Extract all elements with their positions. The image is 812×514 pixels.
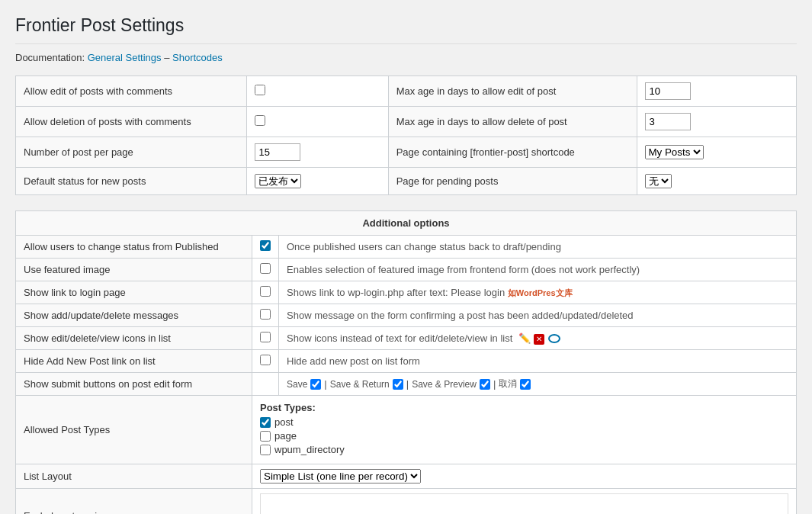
allow-delete-label: Allow deletion of posts with comments [16, 107, 247, 137]
settings-row-1: Allow edit of posts with comments Max ag… [16, 76, 797, 107]
settings-row-4: Default status for new posts 已发布 Page fo… [16, 168, 797, 195]
pencil-icon: ✏️ [518, 332, 531, 344]
settings-row-3: Number of post per page Page containing … [16, 137, 797, 168]
post-type-wpum-checkbox[interactable] [260, 445, 271, 455]
list-layout-cell: Simple List (one line per record) Table … [252, 464, 797, 489]
cancel-checkbox[interactable] [520, 379, 531, 390]
save-preview-sep: | [406, 378, 409, 390]
icons-in-list-label: Show edit/delete/view icons in list [16, 327, 252, 350]
exclude-categories-label: Exclude categories [16, 489, 252, 515]
shortcodes-link[interactable]: Shortcodes [172, 52, 223, 63]
exclude-categories-input[interactable] [260, 493, 788, 514]
page-pending-select[interactable]: 无 [645, 174, 672, 188]
save-return-sep: | [324, 378, 326, 390]
post-type-page: page [260, 430, 788, 442]
save-preview-checkbox[interactable] [480, 379, 490, 390]
max-age-delete-label: Max age in days to allow delete of post [388, 107, 637, 137]
page-shortcode-select[interactable]: My Posts [645, 145, 704, 159]
max-age-delete-value [637, 107, 796, 137]
save-return-checkbox[interactable] [393, 379, 403, 390]
additional-options-table: Additional options Allow users to change… [15, 210, 797, 514]
submit-buttons-container: Save | Save & Return | Save & Preview | … [287, 377, 788, 390]
save-btn-label: Save [287, 379, 307, 390]
additional-row-4: Show edit/delete/view icons in list Show… [16, 327, 797, 350]
allowed-post-types-label: Allowed Post Types [16, 396, 252, 464]
featured-image-label: Use featured image [16, 259, 252, 281]
change-status-checkbox[interactable] [260, 240, 271, 251]
allow-edit-label: Allow edit of posts with comments [16, 76, 247, 107]
messages-label: Show add/update/delete messages [16, 304, 252, 327]
delete-icon: ✕ [534, 334, 544, 345]
submit-buttons-label: Show submit buttons on post edit form [16, 373, 252, 396]
change-status-label: Allow users to change status from Publis… [16, 236, 252, 259]
documentation-links: Documentation: General Settings – Shortc… [15, 52, 797, 63]
page-title: Frontier Post Settings [15, 15, 797, 44]
login-link-label: Show link to login page [16, 281, 252, 304]
featured-image-desc: Enables selection of featured image from… [279, 259, 797, 281]
change-status-desc: Once published users can change status b… [279, 236, 797, 259]
login-link-checkbox[interactable] [260, 286, 271, 297]
additional-row-3: Show add/update/delete messages Show mes… [16, 304, 797, 327]
max-age-delete-input[interactable] [645, 113, 691, 130]
login-link-desc: Shows link to wp-login.php after text: P… [279, 281, 797, 304]
messages-check-cell [252, 304, 279, 327]
post-type-post: post [260, 416, 788, 428]
hide-add-new-desc: Hide add new post on list form [279, 350, 797, 373]
icons-in-list-desc: Show icons instead of text for edit/dele… [279, 327, 797, 350]
post-type-post-checkbox[interactable] [260, 417, 271, 428]
posts-per-page-input[interactable] [255, 143, 300, 161]
allow-delete-checkbox-cell [246, 107, 388, 137]
post-type-page-checkbox[interactable] [260, 431, 271, 442]
additional-row-2: Show link to login page Shows link to wp… [16, 281, 797, 304]
featured-image-check-cell [252, 259, 279, 281]
post-types-cell: Post Types: post page wpum_directory [252, 396, 797, 464]
submit-buttons-desc: Save | Save & Return | Save & Preview | … [279, 373, 797, 396]
allow-delete-checkbox[interactable] [255, 115, 265, 126]
general-settings-link[interactable]: General Settings [88, 52, 162, 63]
save-btn-checkbox[interactable] [310, 379, 321, 390]
icons-in-list-check-cell [252, 327, 279, 350]
featured-image-checkbox[interactable] [260, 263, 271, 274]
additional-row-9: Exclude categories comma separated list … [16, 489, 797, 515]
settings-row-2: Allow deletion of posts with comments Ma… [16, 107, 797, 137]
exclude-categories-cell: comma separated list of IDs [252, 489, 797, 515]
additional-row-6: Show submit buttons on post edit form Sa… [16, 373, 797, 396]
change-status-check-cell [252, 236, 279, 259]
hide-add-new-checkbox[interactable] [260, 355, 271, 365]
page-shortcode-value: My Posts [637, 137, 796, 168]
max-age-edit-input[interactable] [645, 82, 691, 100]
additional-header-row: Additional options [16, 211, 797, 236]
additional-row-7: Allowed Post Types Post Types: post page… [16, 396, 797, 464]
post-type-wpum: wpum_directory [260, 444, 788, 455]
page-pending-value: 无 [637, 168, 796, 195]
additional-header: Additional options [16, 211, 797, 236]
hide-add-new-check-cell [252, 350, 279, 373]
cancel-label: 取消 [499, 377, 517, 390]
default-status-label: Default status for new posts [16, 168, 247, 195]
additional-row-0: Allow users to change status from Publis… [16, 236, 797, 259]
cancel-sep: | [493, 378, 496, 390]
page-pending-label: Page for pending posts [388, 168, 637, 195]
post-type-page-label: page [274, 430, 297, 442]
main-settings-table: Allow edit of posts with comments Max ag… [15, 75, 797, 195]
default-status-select[interactable]: 已发布 [255, 174, 301, 188]
posts-per-page-label: Number of post per page [16, 137, 247, 168]
hide-add-new-label: Hide Add New Post link on list [16, 350, 252, 373]
watermark-text: 如WordPres文库 [508, 288, 573, 297]
messages-desc: Show message on the form confirming a po… [279, 304, 797, 327]
allow-edit-checkbox[interactable] [255, 85, 265, 95]
additional-row-8: List Layout Simple List (one line per re… [16, 464, 797, 489]
post-types-title: Post Types: [260, 402, 788, 413]
icons-in-list-checkbox[interactable] [260, 332, 271, 342]
messages-checkbox[interactable] [260, 309, 271, 320]
additional-row-5: Hide Add New Post link on list Hide add … [16, 350, 797, 373]
doc-prefix: Documentation: [15, 52, 85, 63]
allow-edit-checkbox-cell [246, 76, 388, 107]
post-type-wpum-label: wpum_directory [274, 444, 345, 455]
list-layout-label: List Layout [16, 464, 252, 489]
max-age-edit-value [637, 76, 796, 107]
list-layout-select[interactable]: Simple List (one line per record) Table … [260, 469, 421, 483]
max-age-edit-label: Max age in days to allow edit of post [388, 76, 637, 107]
posts-per-page-value [246, 137, 388, 168]
save-return-label: Save & Return [330, 379, 390, 390]
